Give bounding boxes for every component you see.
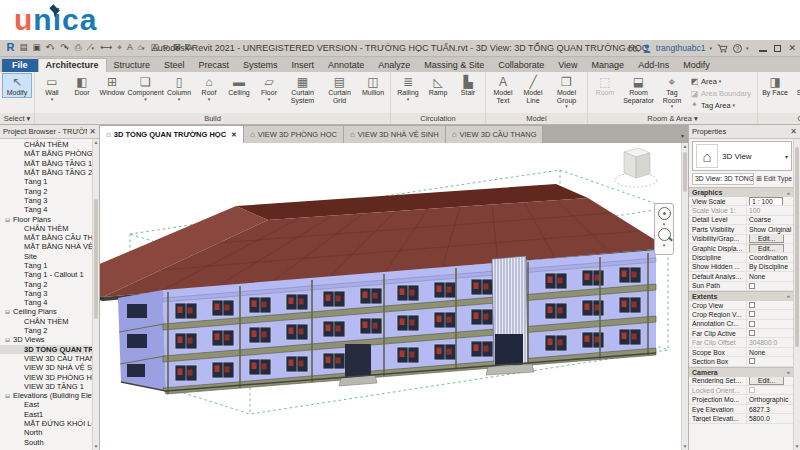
property-row[interactable]: Locked Orient...: [689, 386, 793, 395]
project-browser-close-icon[interactable]: ✕: [87, 127, 96, 136]
view-tab[interactable]: ⌂ VIEW 3D CẦU THANG ✕: [446, 126, 544, 143]
property-row[interactable]: Rendering Set...Edit...: [689, 377, 793, 386]
tree-item[interactable]: Tầng 3: [0, 289, 92, 298]
close-hidden-windows-icon[interactable]: ⊠: [171, 40, 182, 56]
tree-item[interactable]: East: [0, 400, 92, 409]
tree-item[interactable]: Tầng 3: [0, 196, 92, 205]
panel-footer-room-area[interactable]: Room & Area ▾: [588, 113, 757, 124]
instance-selector[interactable]: 3D View: 3D TỔNG QU ▾: [692, 173, 754, 185]
property-row[interactable]: Scale Value 1:100: [689, 206, 793, 215]
ribbon-big-button[interactable]: ↖Modify: [2, 73, 32, 98]
tree-item[interactable]: Site: [0, 252, 92, 261]
collapse-icon[interactable]: «: [787, 369, 790, 375]
ribbon-tab[interactable]: Analyze: [371, 59, 417, 72]
tree-item[interactable]: VIEW 3D TẦNG 1: [0, 382, 92, 391]
tree-item[interactable]: Tầng 1: [0, 261, 92, 270]
ribbon-tab[interactable]: Collaborate: [491, 59, 551, 72]
default-3d-view-icon[interactable]: ⌂▾: [135, 40, 147, 56]
tree-item[interactable]: Tầng 2: [0, 279, 92, 288]
ribbon-big-button[interactable]: ◨By Face: [760, 73, 790, 98]
ribbon-tab[interactable]: File: [2, 59, 38, 72]
tree-item[interactable]: CHÂN THỀM: [0, 317, 92, 326]
user-account-icon[interactable]: [643, 44, 651, 53]
tree-item[interactable]: MẶT BẰNG NHÀ VỆ SINH: [0, 242, 92, 251]
viewport-canvas[interactable]: ▾ ▾ ▲ ▼: [100, 143, 688, 450]
ribbon-big-button[interactable]: ▙Stair: [453, 73, 483, 102]
redo-icon[interactable]: ↷▾: [58, 40, 72, 56]
tree-item[interactable]: VIEW 3D PHÒNG HỌC: [0, 372, 92, 381]
ribbon-big-button[interactable]: ⌂Roof▾: [194, 73, 224, 105]
section-icon[interactable]: ◫: [148, 40, 160, 56]
property-row[interactable]: Far Clip Active: [689, 329, 793, 338]
tree-item[interactable]: Tầng 2: [0, 186, 92, 195]
ribbon-tab[interactable]: Insert: [285, 59, 322, 72]
ribbon-small-button[interactable]: ◪Area Boundary: [688, 87, 755, 99]
ribbon-big-button[interactable]: ❏Component▾: [127, 73, 164, 105]
app-store-cart-icon[interactable]: [717, 44, 728, 53]
open-file-icon[interactable]: ▤: [17, 40, 29, 56]
ribbon-tab[interactable]: Precast: [192, 59, 237, 72]
help-icon[interactable]: ?: [733, 44, 742, 53]
tree-item[interactable]: ⊟ Elevations (Building Elev...: [0, 391, 92, 400]
ribbon-tab[interactable]: Manage: [585, 59, 632, 72]
ribbon-big-button[interactable]: ▬Ceiling: [224, 73, 254, 105]
view-tab-close-icon[interactable]: ✕: [231, 131, 237, 139]
thin-lines-icon[interactable]: ≡: [161, 40, 170, 56]
property-row[interactable]: Scope BoxNone: [689, 348, 793, 357]
tree-item[interactable]: CHÂN THỀM: [0, 140, 92, 149]
tag-by-category-icon[interactable]: ⌖: [115, 40, 124, 56]
tree-item[interactable]: MẶT ĐỨNG KHỐI LỚP: [0, 419, 92, 428]
property-row[interactable]: Detail LevelCoarse: [689, 216, 793, 225]
section-header-graphics[interactable]: Graphics«: [689, 187, 793, 197]
tree-item[interactable]: ⊟ Floor Plans: [0, 214, 92, 223]
tree-item[interactable]: MẶT BẰNG PHÒNG HỌC: [0, 149, 92, 158]
ribbon-big-button[interactable]: ▦Curtain System: [284, 73, 321, 105]
tree-expand-icon[interactable]: ⊟: [5, 216, 13, 223]
property-row[interactable]: View Scale1 : 100: [689, 197, 793, 206]
ribbon-tab[interactable]: Massing & Site: [417, 59, 491, 72]
ribbon-tab[interactable]: Structure: [107, 59, 158, 72]
ribbon-big-button[interactable]: ⬓Room Separator: [620, 73, 657, 109]
close-button[interactable]: ✕: [788, 44, 796, 53]
tree-expand-icon[interactable]: ⊟: [5, 392, 13, 399]
ribbon-big-button[interactable]: ╱Model Line: [518, 73, 548, 109]
ribbon-big-button[interactable]: ◧Door: [67, 73, 97, 105]
ribbon-small-button[interactable]: ⌖Tag Area▾: [688, 99, 755, 111]
property-row[interactable]: DisciplineCoordination: [689, 253, 793, 262]
ribbon-big-button[interactable]: ⬚Room: [590, 73, 620, 109]
tree-item[interactable]: East1: [0, 410, 92, 419]
property-row[interactable]: Crop Region V...: [689, 310, 793, 319]
minimize-button[interactable]: [759, 45, 767, 52]
tree-item[interactable]: Tầng 2: [0, 326, 92, 335]
text-icon[interactable]: A: [125, 40, 135, 56]
tree-item[interactable]: ⊟ 3D Views: [0, 335, 92, 344]
tree-expand-icon[interactable]: ⊟: [5, 336, 13, 343]
viewcube[interactable]: [615, 148, 657, 187]
collapse-icon[interactable]: «: [787, 293, 790, 299]
tree-item[interactable]: South: [0, 438, 92, 447]
property-row[interactable]: Annotation Cr...: [689, 320, 793, 329]
type-selector[interactable]: ⌂ 3D View ▾: [692, 141, 792, 171]
viewport-scrollbar[interactable]: ▲ ▼: [681, 143, 688, 450]
property-row[interactable]: Default Analys...None: [689, 272, 793, 281]
collapse-icon[interactable]: «: [787, 190, 790, 196]
property-row[interactable]: Visibility/Grap...Edit...: [689, 235, 793, 244]
ribbon-small-button[interactable]: ◩Area▾: [688, 75, 755, 87]
section-header-camera[interactable]: Camera«: [689, 367, 793, 377]
ribbon-big-button[interactable]: AModel Text: [488, 73, 518, 109]
revit-logo[interactable]: R: [4, 40, 16, 57]
edit-type-button[interactable]: ⊞ Edit Type: [756, 175, 792, 183]
view-tab[interactable]: ⌂ 3D TỔNG QUAN TRƯỜNG HỌC ✕: [100, 126, 244, 143]
tree-item[interactable]: Tầng 1 - Callout 1: [0, 270, 92, 279]
properties-close-icon[interactable]: ✕: [788, 127, 797, 136]
aligned-dimension-icon[interactable]: ⟷: [98, 40, 114, 56]
tree-expand-icon[interactable]: ⊟: [5, 308, 13, 315]
tree-item[interactable]: VIEW 3D NHÀ VỆ SINH: [0, 363, 92, 372]
property-row[interactable]: Show Hidden ...By Discipline: [689, 263, 793, 272]
ribbon-tab[interactable]: Architecture: [38, 58, 107, 72]
property-row[interactable]: Projection Mo...Orthographic: [689, 395, 793, 404]
school-building-model[interactable]: [100, 184, 668, 394]
ribbon-big-button[interactable]: ◺Ramp: [423, 73, 453, 102]
ribbon-tab[interactable]: Add-Ins: [631, 59, 676, 72]
type-selector-caret[interactable]: ▾: [785, 153, 788, 160]
